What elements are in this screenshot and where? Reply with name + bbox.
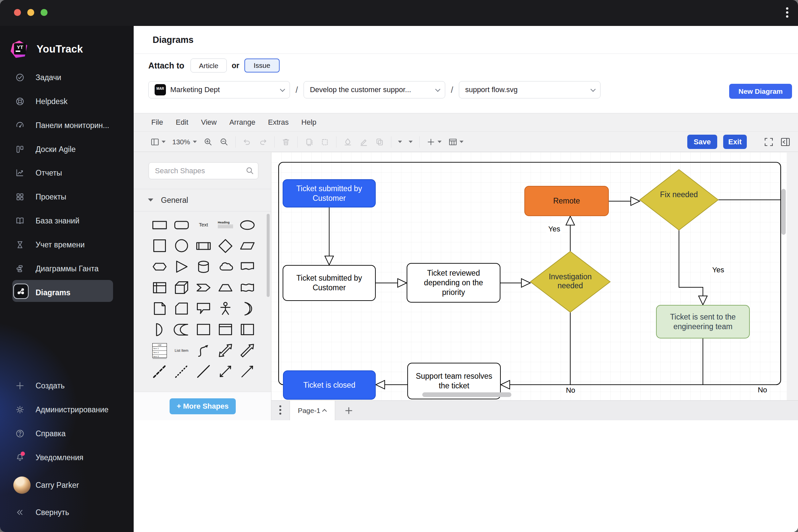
sidebar-item-profile[interactable]: Carry Parker <box>0 476 134 494</box>
delete-button[interactable] <box>281 137 291 147</box>
menu-help[interactable]: Help <box>301 118 316 127</box>
menu-file[interactable]: File <box>151 118 163 127</box>
shape-bidirectional-connector[interactable] <box>214 361 236 382</box>
canvas-vertical-scrollbar[interactable] <box>781 189 786 235</box>
shape-parallelogram[interactable] <box>236 235 258 256</box>
shape-tape[interactable] <box>236 277 258 298</box>
waypoint-style-dropdown[interactable] <box>408 141 413 143</box>
shape-dashed-line[interactable] <box>149 361 171 382</box>
connection-style-dropdown[interactable] <box>398 141 402 143</box>
sidebar-item-helpdesk[interactable]: Helpdesk <box>0 92 134 111</box>
fill-color-button[interactable] <box>343 137 353 147</box>
node-submitted-white[interactable]: Ticket submitted by Customer <box>283 265 376 301</box>
section-general[interactable]: General <box>134 189 271 211</box>
sidebar-item-dashboards[interactable]: Панели мониторин... <box>0 116 134 135</box>
more-shapes-button[interactable]: + More Shapes <box>170 398 236 414</box>
shape-or[interactable] <box>236 298 258 319</box>
shape-cube[interactable] <box>171 277 192 298</box>
sidebar-item-gantt[interactable]: Диаграммы Ганта <box>0 259 134 278</box>
menu-edit[interactable]: Edit <box>175 118 188 127</box>
node-remote[interactable]: Remote <box>524 186 609 216</box>
shape-directional-connector[interactable] <box>236 361 258 382</box>
shape-cloud[interactable] <box>214 256 236 277</box>
shape-list-item[interactable]: List Item <box>171 340 192 361</box>
minimize-window-button[interactable] <box>27 9 34 16</box>
sidebar-item-knowledge-base[interactable]: База знаний <box>0 211 134 230</box>
tab-page-1[interactable]: Page-1 <box>290 401 335 420</box>
shape-triangle[interactable] <box>171 256 192 277</box>
shape-rectangle[interactable] <box>149 214 171 235</box>
sidebar-item-reports[interactable]: Отчеты <box>0 164 134 182</box>
collapse-panel-icon[interactable] <box>780 137 791 147</box>
sidebar-item-administration[interactable]: Администрирование <box>0 400 134 419</box>
project-dropdown[interactable]: MAR Marketing Dept <box>148 81 290 98</box>
sidebar-item-notifications[interactable]: Уведомления <box>0 448 134 467</box>
paste-button[interactable] <box>320 137 329 147</box>
sidebar-item-projects[interactable]: Проекты <box>0 188 134 206</box>
canvas-horizontal-scrollbar[interactable] <box>422 392 511 397</box>
shape-cylinder[interactable] <box>192 256 214 277</box>
issue-dropdown[interactable]: Develop the customer suppor... <box>304 81 445 98</box>
sidebar-item-create[interactable]: Создать <box>0 376 134 395</box>
shape-bidirectional-arrow[interactable] <box>214 340 236 361</box>
file-dropdown[interactable]: support flow.svg <box>459 81 601 98</box>
fullscreen-icon[interactable] <box>763 137 774 147</box>
attach-issue-button[interactable]: Issue <box>244 58 280 73</box>
shape-hexagon[interactable] <box>149 256 171 277</box>
shape-actor[interactable] <box>214 298 236 319</box>
insert-dropdown[interactable] <box>426 137 441 147</box>
shape-line[interactable] <box>192 361 214 382</box>
shape-vertical-container[interactable] <box>214 319 236 340</box>
shape-process[interactable] <box>192 235 214 256</box>
node-closed[interactable]: Ticket is closed <box>283 370 376 400</box>
shape-note[interactable] <box>149 298 171 319</box>
menu-extras[interactable]: Extras <box>268 118 289 127</box>
copy-button[interactable] <box>304 137 314 147</box>
window-overflow-menu-icon[interactable] <box>785 7 789 19</box>
pages-menu-icon[interactable] <box>279 405 281 416</box>
youtrack-logo[interactable]: YT YouTrack <box>10 37 83 61</box>
shape-horizontal-container[interactable] <box>236 319 258 340</box>
shape-internal-storage[interactable] <box>149 277 171 298</box>
panel-scrollbar[interactable] <box>267 214 270 297</box>
shape-heading[interactable]: Heading <box>214 214 236 235</box>
shape-square[interactable] <box>149 235 171 256</box>
add-page-button[interactable] <box>344 401 354 420</box>
new-diagram-button[interactable]: New Diagram <box>729 84 792 99</box>
sidebar-item-help[interactable]: Справка <box>0 424 134 443</box>
shape-circle[interactable] <box>171 235 192 256</box>
redo-button[interactable] <box>258 137 268 147</box>
toggle-panel-button[interactable] <box>150 137 166 147</box>
zoom-in-button[interactable] <box>204 137 213 147</box>
shape-trapezoid[interactable] <box>214 277 236 298</box>
shape-text[interactable]: Text <box>192 214 214 235</box>
menu-view[interactable]: View <box>201 118 216 127</box>
node-reviewed[interactable]: Ticket reviewed depending on the priorit… <box>407 263 500 303</box>
zoom-window-button[interactable] <box>41 9 48 16</box>
shape-rounded-rectangle[interactable] <box>171 214 192 235</box>
shape-callout[interactable] <box>192 298 214 319</box>
shape-document[interactable] <box>236 256 258 277</box>
edit-style-button[interactable] <box>359 137 368 147</box>
sidebar-item-agile-boards[interactable]: Доски Agile <box>0 140 134 158</box>
shape-diamond[interactable] <box>214 235 236 256</box>
shape-ellipse[interactable] <box>236 214 258 235</box>
zoom-out-button[interactable] <box>220 137 229 147</box>
close-window-button[interactable] <box>14 9 21 16</box>
shape-card[interactable] <box>171 298 192 319</box>
shape-data-storage[interactable] <box>171 319 192 340</box>
table-dropdown[interactable] <box>448 137 463 147</box>
shape-step[interactable] <box>192 277 214 298</box>
sidebar-item-tasks[interactable]: Задачи <box>0 68 134 87</box>
node-submitted-blue[interactable]: Ticket submitted by Customer <box>283 179 376 208</box>
sidebar-item-diagrams[interactable]: Diagrams <box>0 282 134 303</box>
shape-list[interactable]: ListItem 1Item 2Item 3 <box>149 340 171 361</box>
sidebar-item-collapse[interactable]: Свернуть <box>0 503 134 522</box>
shape-curve[interactable] <box>192 340 214 361</box>
shape-dotted-line[interactable] <box>171 361 192 382</box>
menu-arrange[interactable]: Arrange <box>229 118 255 127</box>
attach-article-button[interactable]: Article <box>191 58 226 73</box>
zoom-level-dropdown[interactable]: 130% <box>172 138 197 146</box>
shadow-button[interactable] <box>375 137 384 147</box>
search-shapes-input[interactable] <box>149 162 258 179</box>
